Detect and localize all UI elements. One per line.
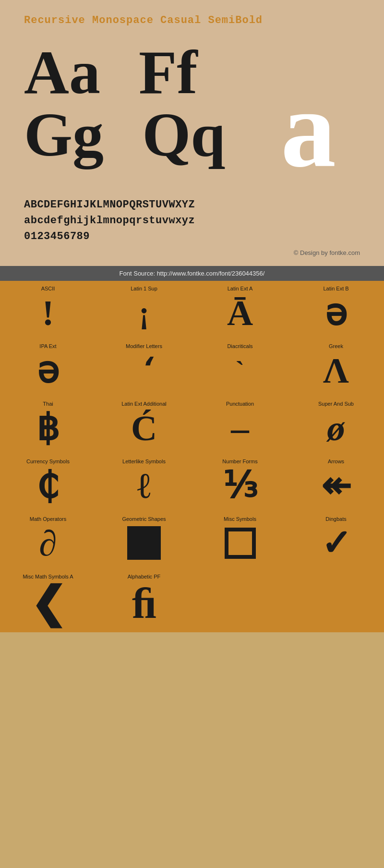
glyph-label-latin1sup: Latin 1 Sup: [98, 286, 190, 291]
glyph-cell-alphabeticpf: Alphabetic PF ﬁ: [96, 569, 192, 632]
glyph-cell-miscsymbols: Misc Symbols: [192, 511, 288, 569]
glyph-char-punctuation: –: [231, 409, 249, 446]
glyph-section: ASCII ! Latin 1 Sup ¡ Latin Ext A Ā Lati…: [0, 281, 384, 632]
char-Aa: Aa: [24, 41, 100, 103]
glyph-char-ipaext: ə: [37, 351, 59, 389]
glyph-label-thai: Thai: [2, 401, 94, 407]
glyph-char-alphabeticpf: ﬁ: [132, 582, 156, 625]
glyph-label-latinextadd: Latin Ext Additional: [98, 401, 190, 407]
glyph-label-miscmath: Misc Math Symbols A: [2, 574, 94, 579]
glyph-cell-mathops: Math Operators ∂: [0, 511, 96, 569]
glyph-label-miscsymbols: Misc Symbols: [194, 516, 286, 522]
glyph-char-thai: ฿: [36, 409, 60, 446]
glyph-char-diacriticals: `: [236, 351, 244, 389]
glyph-label-modletters: Modifier Letters: [98, 343, 190, 349]
glyph-char-miscsymbols: [225, 524, 256, 562]
glyph-cell-latin1sup: Latin 1 Sup ¡: [96, 281, 192, 338]
char-Qq: Qq: [142, 103, 225, 166]
glyph-cell-greek: Greek Λ: [288, 338, 384, 396]
glyph-char-mathops: ∂: [39, 524, 57, 562]
glyph-cell-empty-1: [192, 569, 288, 632]
glyph-grid: ASCII ! Latin 1 Sup ¡ Latin Ext A Ā Lati…: [0, 281, 384, 632]
font-source-bar: Font Source: http://www.fontke.com/font/…: [0, 266, 384, 281]
glyph-char-latinextb: ə: [325, 294, 347, 331]
glyph-cell-currency: Currency Symbols ₵: [0, 454, 96, 511]
glyph-char-latin1sup: ¡: [139, 294, 149, 331]
geo-square: [127, 526, 161, 560]
copyright: © Design by fontke.com: [24, 249, 360, 256]
glyph-label-mathops: Math Operators: [2, 516, 94, 522]
glyph-cell-latinextb: Latin Ext B ə: [288, 281, 384, 338]
glyph-char-arrows: ↞: [321, 467, 351, 504]
char-watermark: a: [281, 79, 336, 179]
glyph-char-letterlike: ℓ: [137, 467, 151, 504]
glyph-label-ipaext: IPA Ext: [2, 343, 94, 349]
large-chars-container: Aa Ff Gg Qq a: [24, 41, 360, 185]
glyph-char-miscmath: ❮: [30, 582, 66, 625]
geo-outline: [225, 528, 256, 559]
glyph-cell-arrows: Arrows ↞: [288, 454, 384, 511]
alphabet-section: ABCDEFGHIJKLMNOPQRSTUVWXYZ abcdefghijklm…: [24, 190, 360, 244]
char-Gg: Gg: [24, 103, 104, 166]
glyph-cell-punctuation: Punctuation –: [192, 396, 288, 454]
glyph-cell-letterlike: Letterlike Symbols ℓ: [96, 454, 192, 511]
glyph-char-latinexta: Ā: [227, 294, 253, 331]
glyph-cell-superandsub: Super And Sub ø: [288, 396, 384, 454]
glyph-char-ascii: !: [42, 294, 54, 331]
glyph-char-geoshapes: [127, 524, 161, 562]
glyph-label-geoshapes: Geometric Shapes: [98, 516, 190, 522]
glyph-cell-miscmath: Misc Math Symbols A ❮: [0, 569, 96, 632]
alphabet-lowercase: abcdefghijklmnopqrstuvwxyz: [24, 213, 360, 229]
glyph-cell-numforms: Number Forms ⅓: [192, 454, 288, 511]
glyph-label-numforms: Number Forms: [194, 458, 286, 464]
glyph-label-latinextb: Latin Ext B: [290, 286, 382, 291]
glyph-label-latinexta: Latin Ext A: [194, 286, 286, 291]
glyph-char-currency: ₵: [36, 467, 60, 504]
glyph-cell-ipaext: IPA Ext ə: [0, 338, 96, 396]
glyph-label-letterlike: Letterlike Symbols: [98, 458, 190, 464]
glyph-cell-modletters: Modifier Letters ʻ: [96, 338, 192, 396]
glyph-char-numforms: ⅓: [223, 467, 258, 504]
glyph-char-dingbats: ✓: [321, 524, 351, 562]
alphabet-uppercase: ABCDEFGHIJKLMNOPQRSTUVWXYZ: [24, 197, 360, 213]
glyph-label-superandsub: Super And Sub: [290, 401, 382, 407]
glyph-label-arrows: Arrows: [290, 458, 382, 464]
glyph-cell-latinextadd: Latin Ext Additional Ć: [96, 396, 192, 454]
glyph-label-diacriticals: Diacriticals: [194, 343, 286, 349]
glyph-cell-dingbats: Dingbats ✓: [288, 511, 384, 569]
glyph-cell-diacriticals: Diacriticals `: [192, 338, 288, 396]
glyph-cell-geoshapes: Geometric Shapes: [96, 511, 192, 569]
glyph-label-dingbats: Dingbats: [290, 516, 382, 522]
glyph-char-modletters: ʻ: [139, 351, 149, 389]
font-title: Recursive Monospace Casual SemiBold: [24, 14, 360, 26]
glyph-label-greek: Greek: [290, 343, 382, 349]
glyph-cell-ascii: ASCII !: [0, 281, 96, 338]
glyph-label-alphabeticpf: Alphabetic PF: [98, 574, 190, 579]
glyph-label-ascii: ASCII: [2, 286, 94, 291]
glyph-label-punctuation: Punctuation: [194, 401, 286, 407]
glyph-cell-thai: Thai ฿: [0, 396, 96, 454]
glyph-char-greek: Λ: [323, 351, 349, 389]
alphabet-digits: 0123456789: [24, 229, 360, 244]
glyph-label-currency: Currency Symbols: [2, 458, 94, 464]
header-section: Recursive Monospace Casual SemiBold Aa F…: [0, 0, 384, 266]
glyph-char-latinextadd: Ć: [131, 409, 157, 446]
glyph-cell-empty-2: [288, 569, 384, 632]
glyph-char-superandsub: ø: [327, 409, 345, 446]
glyph-cell-latinexta: Latin Ext A Ā: [192, 281, 288, 338]
char-Ff: Ff: [139, 41, 198, 103]
